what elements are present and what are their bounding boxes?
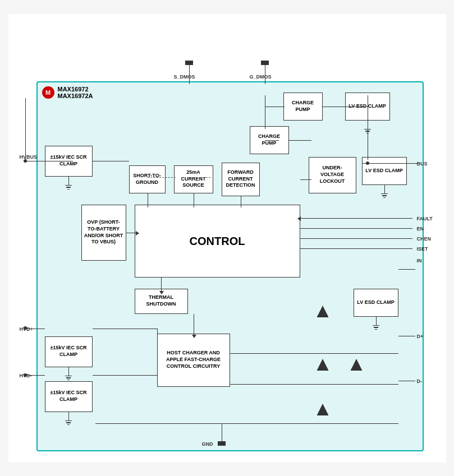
d-plus-line (398, 336, 415, 337)
chip-name2: MAX16972A (58, 93, 93, 99)
thermal-to-host (194, 314, 195, 335)
dot-hvbus (24, 159, 27, 163)
gnd-connector (218, 441, 226, 446)
hvbus-vert (25, 98, 26, 161)
chen-label: CHEN (417, 236, 432, 242)
en-line (300, 228, 412, 229)
iset-label: ISET (417, 246, 428, 252)
d-plus-label: D+ (417, 334, 424, 339)
lv-esd-3-ground (373, 325, 379, 330)
lv-esd-2-ground (381, 193, 388, 198)
d-minus-label: D- (417, 378, 423, 384)
scr-clamp-2-gnd-line (68, 367, 70, 376)
maxim-logo: M (42, 86, 54, 99)
cp1-connect (265, 107, 285, 108)
control: CONTROL (135, 205, 300, 278)
hvbus-to-ovp (93, 161, 129, 162)
in-label: IN (417, 258, 422, 264)
diode-mid-right (351, 359, 362, 376)
ovp: OVP (SHORT-TO-BATTERY AND/OR SHORT TO VB… (81, 205, 126, 261)
lv-esd-3: LV ESD CLAMP (354, 289, 398, 317)
gnd-label: GND (202, 441, 213, 447)
svg-marker-2 (317, 359, 328, 370)
lv-esd-3-gnd-line (376, 317, 377, 325)
scr-clamp-3: ±15kV IEC SCR CLAMP (45, 381, 93, 412)
logo-area: M MAX16972 MAX16972A (42, 86, 93, 99)
scr-clamp-2: ±15kV IEC SCR CLAMP (45, 336, 93, 367)
g-dmos-vert-cp (265, 95, 266, 129)
g-dmos-line (265, 64, 266, 84)
scr-clamp-3-ground (65, 420, 72, 426)
svg-marker-6 (317, 404, 328, 415)
host-to-d-plus (230, 353, 398, 354)
bus-line (407, 163, 418, 164)
g-dmos-label: G_DMOS (250, 74, 272, 80)
hvd-plus-line (25, 329, 45, 330)
chip-name: MAX16972 (58, 86, 93, 93)
lv-esd-2-gnd-line (384, 185, 386, 193)
gnd-line (222, 423, 223, 443)
svg-marker-4 (351, 359, 362, 370)
forward-current-detection: FORWARD CURRENT DETECTION (222, 163, 260, 196)
s-dmos-line (189, 64, 190, 84)
scr-clamp-3-gnd-line (68, 412, 70, 420)
s-dmos-connector (185, 61, 193, 65)
hvbus-line-right (45, 161, 73, 162)
short-to-control-v (148, 193, 149, 207)
hvd-plus-to-host (157, 329, 158, 334)
hvd-minus-line-2 (93, 375, 157, 376)
hvbus-label: HVBUS (20, 154, 38, 160)
scr-clamp-2-ground (65, 376, 72, 381)
current-source: 25mA CURRENT SOURCE (174, 165, 213, 193)
svg-marker-0 (317, 306, 328, 317)
cp1-to-esd (323, 107, 368, 108)
host-charger: HOST CHARGER AND APPLE FAST-CHARGE CONTR… (157, 334, 230, 387)
scr-clamp-1-ground (65, 185, 72, 190)
lv-esd-2: LV ESD CLAMP (362, 157, 407, 185)
scr-clamp-1-gnd-line (68, 177, 70, 185)
control-to-thermal (161, 278, 162, 292)
short-to-ground: SHORT-TO-GROUND (129, 165, 166, 193)
fault-line (300, 218, 412, 219)
chen-line (300, 238, 412, 239)
diode-mid-left (317, 359, 328, 376)
hvd-minus-line (25, 375, 45, 376)
dashed-2 (194, 177, 210, 178)
dot-hvd-minus (24, 373, 27, 377)
host-to-d-minus (230, 384, 398, 385)
dot-hvd-plus (24, 326, 27, 330)
under-voltage-lockout: UNDER-VOLTAGE LOCKOUT (309, 157, 356, 193)
fault-label: FAULT (417, 216, 433, 221)
hvbus-line-left (25, 161, 45, 162)
d-minus-line (398, 381, 415, 382)
ovp-to-control (126, 233, 136, 234)
s-dmos-label: S_DMOS (174, 74, 195, 80)
uv-to-control-h (300, 179, 311, 181)
diagram-container: M MAX16972 MAX16972A S_DMOS G_DMOS CHARG… (8, 14, 446, 463)
dot-bus-right (366, 161, 369, 165)
dashed-1 (148, 177, 176, 178)
diode-bottom (317, 404, 328, 420)
bus-label: BUS (417, 161, 428, 167)
in-line (398, 269, 415, 270)
diode-d-plus (317, 306, 328, 322)
fwd-to-control-v (241, 196, 242, 207)
g-dmos-connector (261, 61, 269, 65)
iset-line (300, 248, 412, 249)
gnd-horiz (95, 423, 398, 424)
en-label: EN (417, 226, 424, 232)
current-to-control-v (194, 193, 195, 207)
charge-pump-1: CHARGE PUMP (283, 93, 323, 121)
bus-vert-right (368, 95, 369, 160)
hvd-plus-line-2 (93, 329, 157, 330)
cp2-connect-left (265, 140, 279, 141)
cp2-connect-right (289, 140, 311, 141)
